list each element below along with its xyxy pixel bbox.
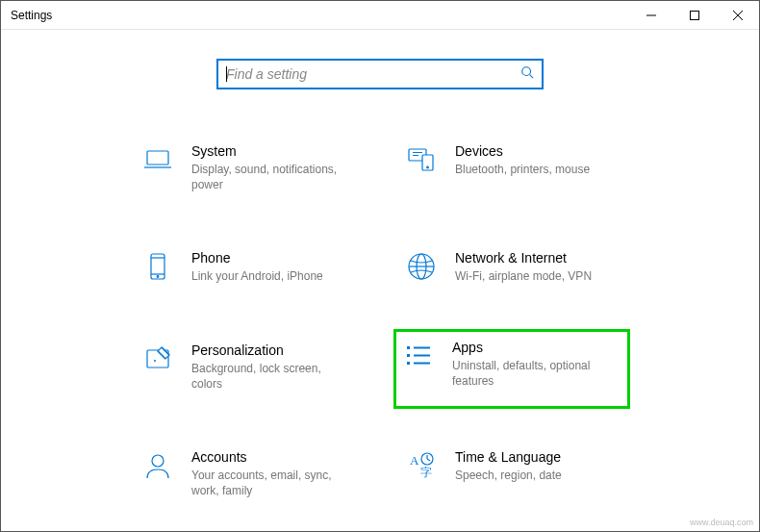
svg-text:字: 字: [420, 466, 432, 479]
text-cursor: [226, 66, 227, 82]
category-desc: Background, lock screen, colors: [191, 361, 355, 392]
devices-icon: [405, 143, 438, 176]
svg-rect-11: [413, 152, 422, 153]
categories-grid: SystemDisplay, sound, notifications, pow…: [1, 138, 759, 504]
category-network[interactable]: Network & InternetWi-Fi, airplane mode, …: [399, 244, 624, 290]
category-desc: Display, sound, notifications, power: [191, 162, 355, 192]
close-button[interactable]: [716, 1, 759, 29]
category-text: Network & InternetWi-Fi, airplane mode, …: [455, 250, 619, 284]
category-title: Phone: [191, 250, 355, 266]
svg-line-35: [427, 459, 430, 461]
category-text: AppsUninstall, defaults, optional featur…: [452, 340, 621, 389]
category-devices[interactable]: DevicesBluetooth, printers, mouse: [399, 138, 624, 198]
time-language-icon: A字: [405, 449, 438, 482]
category-title: System: [191, 143, 355, 159]
svg-point-10: [427, 166, 429, 168]
svg-point-4: [522, 67, 531, 76]
search-wrap: [1, 59, 759, 89]
laptop-icon: [141, 143, 174, 176]
category-title: Devices: [455, 143, 619, 159]
category-text: PhoneLink your Android, iPhone: [191, 250, 355, 284]
category-text: SystemDisplay, sound, notifications, pow…: [191, 143, 355, 192]
category-desc: Link your Android, iPhone: [191, 268, 355, 284]
account-icon: [141, 449, 174, 482]
category-desc: Uninstall, defaults, optional features: [452, 358, 621, 389]
svg-text:A: A: [410, 453, 419, 468]
category-desc: Speech, region, date: [455, 468, 619, 483]
category-text: Time & LanguageSpeech, region, date: [455, 449, 619, 483]
search-box[interactable]: [216, 59, 544, 89]
svg-rect-25: [407, 354, 410, 357]
watermark: www.deuaq.com: [690, 518, 753, 527]
category-desc: Your accounts, email, sync, work, family: [191, 468, 355, 498]
category-desc: Bluetooth, printers, mouse: [455, 162, 619, 177]
category-title: Apps: [452, 340, 621, 355]
category-accounts[interactable]: AccountsYour accounts, email, sync, work…: [136, 443, 361, 504]
category-text: AccountsYour accounts, email, sync, work…: [191, 449, 355, 498]
window-controls: [629, 1, 759, 29]
category-desc: Wi-Fi, airplane mode, VPN: [455, 268, 619, 284]
category-phone[interactable]: PhoneLink your Android, iPhone: [136, 244, 361, 290]
category-title: Personalization: [191, 342, 355, 358]
phone-icon: [141, 250, 174, 283]
apps-icon: [402, 340, 435, 372]
paint-icon: [141, 342, 174, 375]
svg-point-16: [157, 276, 159, 278]
titlebar: Settings: [1, 1, 759, 30]
settings-content: SystemDisplay, sound, notifications, pow…: [1, 30, 759, 504]
category-text: PersonalizationBackground, lock screen, …: [191, 342, 355, 392]
category-personalization[interactable]: PersonalizationBackground, lock screen, …: [136, 337, 361, 397]
svg-point-23: [154, 360, 156, 362]
search-input[interactable]: [226, 66, 520, 82]
category-apps[interactable]: AppsUninstall, defaults, optional featur…: [393, 329, 630, 409]
category-time[interactable]: A字Time & LanguageSpeech, region, date: [399, 443, 624, 504]
category-title: Accounts: [191, 449, 355, 465]
svg-line-5: [530, 75, 534, 79]
category-title: Network & Internet: [455, 250, 619, 266]
maximize-button[interactable]: [672, 1, 716, 29]
svg-rect-26: [407, 362, 410, 365]
svg-rect-12: [413, 155, 418, 156]
minimize-button[interactable]: [629, 1, 672, 29]
category-text: DevicesBluetooth, printers, mouse: [455, 143, 619, 177]
globe-icon: [405, 250, 438, 283]
window-title: Settings: [11, 9, 52, 22]
svg-point-30: [152, 455, 164, 467]
category-system[interactable]: SystemDisplay, sound, notifications, pow…: [136, 138, 361, 198]
svg-rect-1: [690, 11, 698, 19]
svg-rect-6: [147, 151, 168, 165]
svg-rect-24: [407, 346, 410, 349]
search-icon: [520, 65, 534, 83]
category-title: Time & Language: [455, 449, 619, 465]
